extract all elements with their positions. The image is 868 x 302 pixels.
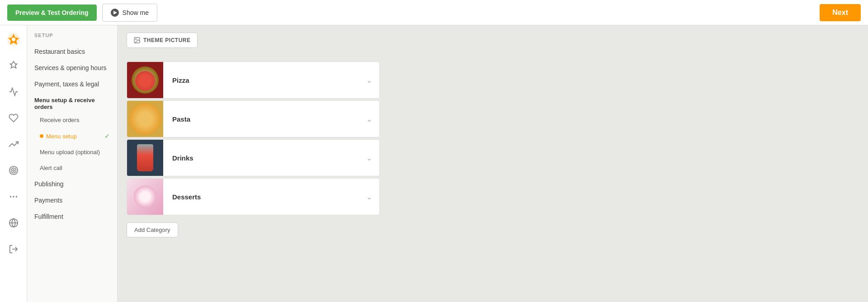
- svg-point-4: [13, 170, 14, 171]
- services-opening-label: Services & opening hours: [34, 64, 107, 71]
- payments-label: Payments: [34, 197, 62, 204]
- pasta-chevron-icon: ⌄: [366, 115, 379, 123]
- menu-setup-label: Menu setup: [46, 133, 77, 140]
- publishing-label: Publishing: [34, 180, 64, 188]
- restaurant-basics-label: Restaurant basics: [34, 48, 85, 55]
- receive-orders-label: Receive orders: [40, 117, 79, 123]
- trending-icon-btn[interactable]: [5, 136, 22, 153]
- desserts-label: Desserts: [163, 193, 366, 201]
- nav-sidebar: SETUP Restaurant basics Services & openi…: [27, 25, 118, 302]
- pasta-image: [127, 101, 163, 137]
- show-me-label: Show me: [123, 9, 149, 16]
- sidebar-item-publishing[interactable]: Publishing: [27, 176, 117, 192]
- drinks-image: [127, 140, 163, 176]
- menu-setup-section-label: Menu setup & receive orders: [27, 92, 117, 112]
- pizza-label: Pizza: [163, 76, 366, 84]
- sidebar-item-receive-orders[interactable]: Receive orders: [27, 112, 117, 128]
- logout-icon-btn[interactable]: [5, 241, 22, 258]
- check-icon: ✓: [104, 132, 110, 140]
- sidebar-item-fulfillment[interactable]: Fulfillment: [27, 208, 117, 225]
- category-pasta[interactable]: Pasta ⌄: [127, 100, 380, 137]
- image-icon: [133, 37, 141, 44]
- sidebar-item-services-opening[interactable]: Services & opening hours: [27, 60, 117, 76]
- pizza-chevron-icon: ⌄: [366, 76, 379, 85]
- main-layout: SETUP Restaurant basics Services & openi…: [0, 25, 868, 302]
- setup-title: SETUP: [27, 33, 117, 43]
- sidebar-item-payment-taxes[interactable]: Payment, taxes & legal: [27, 76, 117, 92]
- sidebar-item-menu-upload[interactable]: Menu upload (optional): [27, 144, 117, 160]
- content-area: THEME PICTURE Pizza ⌄ Pasta ⌄ Drinks ⌄: [118, 25, 868, 302]
- icon-sidebar: [0, 25, 27, 302]
- svg-point-7: [15, 196, 17, 198]
- categories-list: Pizza ⌄ Pasta ⌄ Drinks ⌄ Desserts ⌄ A: [127, 61, 380, 237]
- heart-icon-btn[interactable]: [5, 109, 22, 127]
- alert-call-label: Alert call: [40, 165, 62, 171]
- pasta-label: Pasta: [163, 115, 366, 123]
- fulfillment-label: Fulfillment: [34, 213, 63, 220]
- theme-picture-button[interactable]: THEME PICTURE: [127, 33, 198, 48]
- theme-picture-label: THEME PICTURE: [143, 37, 191, 43]
- rocket-icon-btn[interactable]: [5, 57, 22, 74]
- sidebar-item-restaurant-basics[interactable]: Restaurant basics: [27, 43, 117, 60]
- svg-point-5: [9, 196, 11, 198]
- chart-icon-btn[interactable]: [5, 83, 22, 100]
- category-pizza[interactable]: Pizza ⌄: [127, 61, 380, 99]
- drinks-chevron-icon: ⌄: [366, 154, 379, 162]
- preview-test-button[interactable]: Preview & Test Ordering: [7, 5, 97, 21]
- menu-upload-label: Menu upload (optional): [40, 149, 100, 156]
- active-dot: [40, 134, 43, 138]
- target-icon-btn[interactable]: [5, 162, 22, 179]
- sidebar-item-alert-call[interactable]: Alert call: [27, 160, 117, 176]
- pizza-image: [127, 62, 163, 98]
- desserts-chevron-icon: ⌄: [366, 193, 379, 201]
- svg-point-1: [12, 38, 15, 41]
- drinks-label: Drinks: [163, 154, 366, 162]
- category-desserts[interactable]: Desserts ⌄: [127, 178, 380, 215]
- sidebar-item-menu-setup[interactable]: Menu setup ✓: [27, 128, 117, 144]
- next-button[interactable]: Next: [820, 4, 861, 21]
- more-icon-btn[interactable]: [5, 188, 22, 205]
- payment-taxes-label: Payment, taxes & legal: [34, 80, 99, 88]
- svg-point-3: [11, 168, 16, 173]
- logo-icon[interactable]: [5, 31, 22, 48]
- show-me-button[interactable]: Show me: [102, 4, 157, 22]
- top-bar: Preview & Test Ordering Show me Next: [0, 0, 868, 25]
- desserts-image: [127, 179, 163, 215]
- globe-icon-btn[interactable]: [5, 214, 22, 231]
- sidebar-item-payments[interactable]: Payments: [27, 192, 117, 208]
- add-category-button[interactable]: Add Category: [127, 222, 178, 237]
- category-drinks[interactable]: Drinks ⌄: [127, 139, 380, 176]
- svg-point-6: [13, 196, 14, 198]
- svg-point-12: [136, 39, 137, 40]
- play-icon: [111, 9, 119, 17]
